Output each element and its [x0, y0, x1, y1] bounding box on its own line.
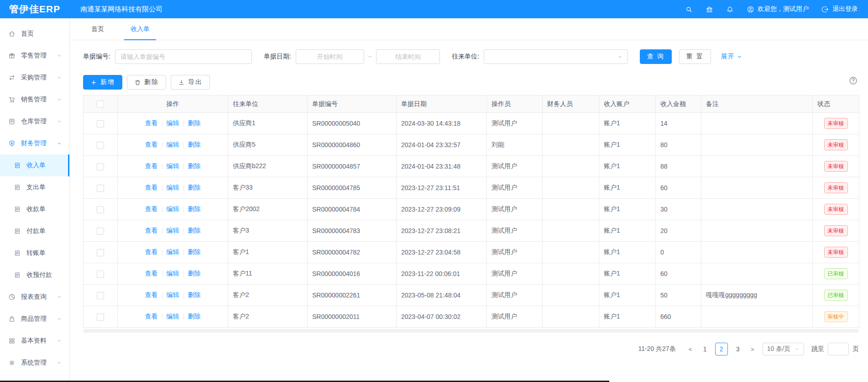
cell-bill-date: 2023-12-27 23:04:58 [397, 242, 487, 263]
row-checkbox[interactable] [97, 313, 104, 321]
edit-link[interactable]: 编辑 [167, 184, 179, 192]
divider [183, 249, 184, 255]
view-link[interactable]: 查看 [145, 248, 158, 256]
horizontal-scrollbar[interactable] [83, 329, 859, 333]
row-checkbox[interactable] [97, 120, 104, 127]
jump-page-input[interactable] [828, 343, 849, 355]
sidebar-subitem-4[interactable]: 转账单 [0, 242, 69, 264]
menu-label: 零售管理 [21, 52, 56, 60]
delete-link[interactable]: 删除 [188, 119, 201, 127]
export-button[interactable]: 导出 [171, 75, 210, 90]
delete-button[interactable]: 删除 [127, 75, 166, 90]
cell-partner: 客户2 [228, 285, 308, 306]
sidebar-subitem-1[interactable]: 支出单 [0, 176, 69, 198]
sidebar-item-system[interactable]: 系统管理 [0, 352, 69, 374]
cell-partner: 供应商1 [228, 113, 308, 134]
sidebar-subitem-3[interactable]: 付款单 [0, 220, 69, 242]
bank-icon[interactable] [706, 5, 713, 13]
expand-link[interactable]: 展开 [721, 53, 743, 61]
sidebar-item-report[interactable]: 报表查询 [0, 286, 69, 308]
page-suffix: 页 [852, 345, 859, 353]
cell-operator: 测试用户 [487, 156, 543, 177]
sidebar-item-goods[interactable]: 商品管理 [0, 308, 69, 330]
add-button[interactable]: 新增 [83, 75, 122, 90]
tab-income-bill[interactable]: 收入单 [124, 18, 156, 40]
top-header: 管伊佳ERP 南通某某网络科技有限公司 欢迎您，测试用户 退出登录 [0, 0, 868, 18]
doc-icon [14, 249, 21, 257]
row-checkbox[interactable] [97, 206, 104, 213]
cell-partner: 供应商5 [228, 134, 308, 156]
reset-button[interactable]: 重 置 [679, 49, 711, 64]
view-link[interactable]: 查看 [145, 119, 158, 127]
select-all-checkbox[interactable] [97, 101, 104, 108]
partner-select[interactable] [484, 49, 628, 64]
cell-finance [543, 156, 599, 177]
page-1[interactable]: 1 [699, 343, 711, 355]
delete-link[interactable]: 删除 [188, 184, 201, 192]
view-link[interactable]: 查看 [145, 313, 158, 321]
delete-link[interactable]: 删除 [188, 270, 201, 278]
page-size-select[interactable]: 10 条/页 [763, 343, 804, 355]
bill-no-label: 单据编号: [83, 53, 110, 61]
edit-link[interactable]: 编辑 [167, 205, 179, 213]
view-link[interactable]: 查看 [145, 184, 158, 192]
edit-link[interactable]: 编辑 [167, 227, 179, 235]
sidebar-item-home[interactable]: 首页 [0, 23, 69, 45]
row-checkbox[interactable] [97, 185, 104, 192]
sidebar-item-retail[interactable]: 零售管理 [0, 45, 69, 67]
delete-link[interactable]: 删除 [188, 205, 201, 213]
page-3[interactable]: 3 [732, 343, 744, 355]
bill-no-input[interactable] [115, 49, 252, 64]
help-icon[interactable] [848, 76, 858, 85]
view-link[interactable]: 查看 [145, 162, 158, 170]
date-end-input[interactable] [376, 49, 440, 64]
delete-link[interactable]: 删除 [188, 291, 201, 299]
next-page-icon[interactable]: > [746, 343, 759, 355]
row-checkbox[interactable] [97, 228, 104, 235]
user-menu[interactable]: 欢迎您，测试用户 [747, 5, 809, 13]
sidebar-item-sales[interactable]: 销售管理 [0, 89, 69, 111]
delete-link[interactable]: 删除 [188, 227, 201, 235]
menu-icon [8, 52, 16, 59]
delete-link[interactable]: 删除 [188, 248, 201, 256]
doc-icon [14, 206, 21, 213]
delete-link[interactable]: 删除 [188, 162, 201, 170]
row-checkbox[interactable] [97, 142, 104, 149]
sidebar-subitem-0[interactable]: 收入单 [0, 154, 69, 176]
bell-icon[interactable] [726, 5, 734, 13]
sidebar-item-basic[interactable]: 基本资料 [0, 330, 69, 352]
edit-link[interactable]: 编辑 [167, 248, 179, 256]
view-link[interactable]: 查看 [145, 270, 158, 278]
page-2[interactable]: 2 [715, 343, 728, 355]
prev-page-icon[interactable]: < [684, 343, 697, 355]
sidebar-item-finance[interactable]: 财务管理 [0, 133, 69, 154]
edit-link[interactable]: 编辑 [167, 119, 179, 127]
view-link[interactable]: 查看 [145, 205, 158, 213]
row-checkbox[interactable] [97, 163, 104, 170]
delete-link[interactable]: 删除 [188, 313, 201, 321]
cell-operator: 测试用户 [487, 242, 543, 263]
row-checkbox[interactable] [97, 249, 104, 256]
row-checkbox[interactable] [97, 271, 104, 278]
cell-bill-no: SR00000004783 [308, 220, 397, 242]
edit-link[interactable]: 编辑 [167, 313, 179, 321]
search-icon[interactable] [685, 5, 693, 13]
sidebar-item-warehouse[interactable]: 仓库管理 [0, 111, 69, 133]
date-start-input[interactable] [296, 49, 364, 64]
edit-link[interactable]: 编辑 [167, 270, 179, 278]
logout-button[interactable]: 退出登录 [821, 5, 858, 13]
edit-link[interactable]: 编辑 [167, 162, 179, 170]
sidebar-subitem-5[interactable]: 收预付款 [0, 264, 69, 286]
edit-link[interactable]: 编辑 [167, 291, 179, 299]
view-link[interactable]: 查看 [145, 141, 158, 149]
view-link[interactable]: 查看 [145, 227, 158, 235]
edit-link[interactable]: 编辑 [167, 141, 179, 149]
tab-home[interactable]: 首页 [85, 18, 110, 40]
view-link[interactable]: 查看 [145, 291, 158, 299]
doc-icon [14, 184, 21, 191]
sidebar-item-purchase[interactable]: 采购管理 [0, 67, 69, 89]
sidebar-subitem-2[interactable]: 收款单 [0, 198, 69, 220]
row-checkbox[interactable] [97, 292, 104, 299]
search-button[interactable]: 查 询 [640, 49, 672, 64]
delete-link[interactable]: 删除 [188, 141, 201, 149]
